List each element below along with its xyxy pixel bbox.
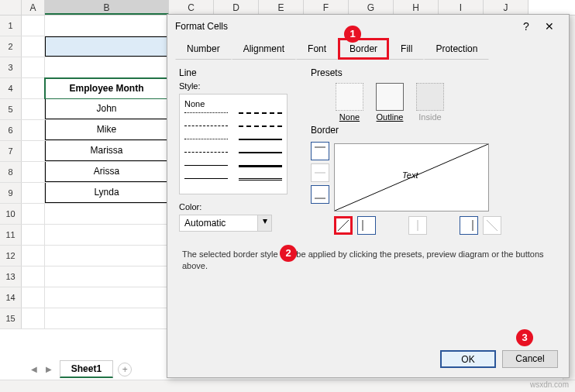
col-header[interactable]: E (259, 0, 304, 15)
row-header[interactable]: 4 (0, 78, 22, 98)
sheet-tabs: ◀ ▶ Sheet1 + (31, 360, 132, 378)
table-header-cell[interactable]: Employee Month (45, 78, 168, 99)
row-header[interactable]: 14 (0, 287, 22, 308)
border-diagonal-up-button[interactable] (334, 216, 353, 235)
row-header[interactable]: 12 (0, 246, 22, 266)
line-style-option[interactable] (239, 139, 282, 150)
style-label: Style: (179, 81, 295, 91)
row-header[interactable]: 15 (0, 308, 22, 328)
col-header[interactable]: D (214, 0, 259, 15)
callout-1: 1 (344, 26, 361, 43)
row-header[interactable]: 3 (0, 57, 22, 77)
line-style-option[interactable] (184, 178, 228, 189)
line-style-option[interactable] (184, 112, 228, 123)
preset-none-icon (336, 83, 363, 111)
col-header[interactable]: F (304, 0, 349, 15)
row-header[interactable]: 6 (0, 120, 22, 140)
preview-text: Text (402, 170, 418, 180)
dialog-titlebar: Format Cells ? ✕ (167, 15, 569, 38)
color-dropdown[interactable]: Automatic ▾ (179, 215, 272, 232)
dialog-tabs: Number Alignment Font Border Fill Protec… (167, 38, 569, 60)
row-header[interactable]: 10 (0, 204, 22, 224)
horizontal-scrollbar[interactable] (0, 380, 575, 392)
tab-protection[interactable]: Protection (424, 38, 489, 60)
presets-label: Presets (311, 67, 557, 78)
svg-line-4 (338, 220, 349, 231)
line-style-option[interactable] (184, 139, 228, 150)
help-text: The selected border style can be applied… (182, 249, 554, 273)
preset-label: Inside (415, 112, 446, 122)
line-style-option[interactable] (184, 165, 228, 176)
style-none-option[interactable]: None (183, 98, 284, 110)
tab-alignment[interactable]: Alignment (232, 38, 296, 60)
tab-fill[interactable]: Fill (389, 38, 424, 60)
preset-label: Outline (374, 112, 405, 122)
line-style-option[interactable] (239, 178, 282, 189)
row-header[interactable]: 13 (0, 266, 22, 287)
col-header[interactable]: A (22, 0, 45, 15)
border-right-button[interactable] (460, 216, 478, 235)
add-sheet-button[interactable]: + (118, 363, 132, 377)
row-header[interactable]: 5 (0, 99, 22, 119)
col-header[interactable]: B (45, 0, 169, 15)
line-section-label: Line (179, 67, 295, 78)
callout-3: 3 (516, 329, 533, 346)
row-header[interactable]: 1 (0, 15, 22, 36)
col-header[interactable]: H (394, 0, 439, 15)
col-header[interactable]: G (349, 0, 394, 15)
watermark: wsxdn.com (530, 380, 569, 389)
col-header[interactable]: C (169, 0, 214, 15)
preset-none-button[interactable]: None (334, 83, 365, 122)
row-header[interactable]: 11 (0, 225, 22, 245)
line-style-list[interactable]: None (179, 94, 288, 194)
chevron-down-icon[interactable]: ▾ (257, 215, 271, 231)
help-button[interactable]: ? (515, 20, 538, 33)
row-header[interactable]: 7 (0, 141, 22, 161)
border-left-button[interactable] (357, 216, 376, 235)
svg-line-8 (487, 220, 498, 231)
table-row[interactable]: John (45, 99, 168, 119)
border-section-label: Border (311, 125, 557, 136)
preset-inside-icon (416, 83, 444, 111)
line-style-option[interactable] (239, 126, 282, 136)
col-header[interactable]: I (439, 0, 484, 15)
line-style-option[interactable] (184, 126, 228, 136)
table-row[interactable]: Marissa (45, 141, 168, 161)
preset-label: None (334, 112, 365, 122)
preset-outline-icon (376, 83, 404, 111)
close-button[interactable]: ✕ (538, 20, 561, 33)
tab-nav-arrows[interactable]: ◀ ▶ (31, 365, 55, 373)
border-top-button[interactable] (311, 142, 329, 160)
callout-2: 2 (280, 245, 297, 262)
row-header[interactable]: 2 (0, 36, 22, 57)
sheet-tab[interactable]: Sheet1 (60, 360, 113, 378)
tab-font[interactable]: Font (296, 38, 338, 60)
border-middle-v-button[interactable] (408, 216, 427, 235)
banner-cell[interactable] (45, 36, 168, 57)
color-value: Automatic (180, 215, 257, 231)
format-cells-dialog: Format Cells ? ✕ Number Alignment Font B… (167, 14, 570, 378)
ok-button[interactable]: OK (440, 350, 496, 368)
preset-inside-button[interactable]: Inside (415, 83, 446, 122)
column-headers: A B C D E F G H I J (0, 0, 575, 15)
line-style-option[interactable] (239, 165, 282, 176)
line-style-option[interactable] (239, 112, 282, 123)
border-middle-h-button[interactable] (311, 163, 329, 182)
cancel-button[interactable]: Cancel (502, 350, 558, 368)
line-style-option[interactable] (184, 152, 228, 163)
tab-border[interactable]: Border (338, 38, 389, 60)
table-row[interactable]: Mike (45, 120, 168, 140)
border-diagonal-down-button[interactable] (483, 216, 501, 235)
table-row[interactable]: Arissa (45, 162, 168, 182)
preset-outline-button[interactable]: Outline (374, 83, 405, 122)
table-row[interactable]: Lynda (45, 183, 168, 203)
row-header[interactable]: 8 (0, 162, 22, 182)
border-bottom-button[interactable] (311, 185, 329, 204)
color-label: Color: (179, 202, 295, 211)
select-all-corner[interactable] (0, 0, 22, 15)
line-style-option[interactable] (239, 152, 282, 163)
border-preview[interactable]: Text (334, 143, 489, 211)
tab-number[interactable]: Number (175, 38, 232, 60)
row-header[interactable]: 9 (0, 183, 22, 203)
col-header[interactable]: J (484, 0, 529, 15)
